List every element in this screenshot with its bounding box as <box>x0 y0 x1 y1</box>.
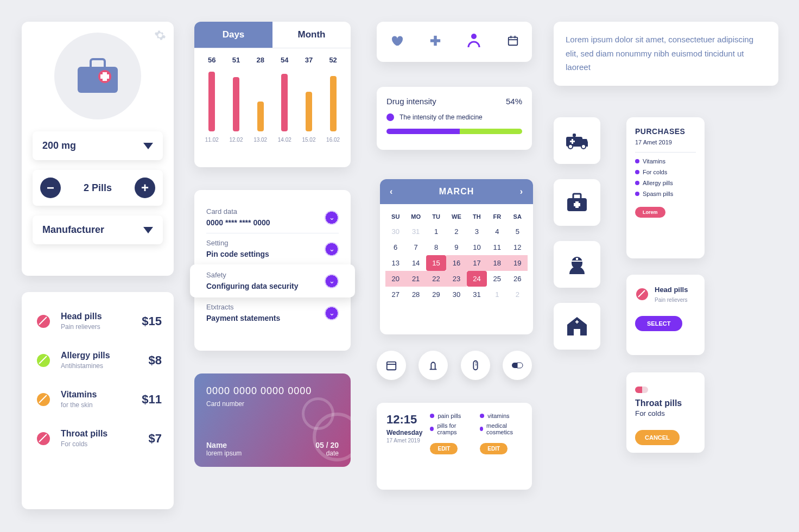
cal-day[interactable]: 11 <box>487 239 507 255</box>
cal-day[interactable]: 29 <box>426 287 446 302</box>
cal-day[interactable]: 24 <box>467 271 487 287</box>
calendar-tool-icon[interactable] <box>377 351 406 380</box>
cal-day[interactable]: 8 <box>426 239 446 255</box>
tab-days[interactable]: Days <box>194 22 272 48</box>
chevron-down-icon: ⌄ <box>325 211 339 225</box>
svg-rect-16 <box>387 362 396 370</box>
cal-day[interactable]: 21 <box>405 271 426 287</box>
thermometer-icon[interactable] <box>461 351 490 380</box>
settings-row[interactable]: SettingPin code settings⌄ <box>206 233 339 264</box>
chevron-down-icon: ⌄ <box>325 274 339 288</box>
cal-day[interactable]: 4 <box>487 224 507 239</box>
cal-day[interactable]: 3 <box>467 224 487 239</box>
pill-row[interactable]: Allergy pillsAntihistamines$8 <box>34 341 162 380</box>
bar-col: 5112.02 <box>227 56 245 143</box>
legend-dot <box>386 113 394 121</box>
medkit-icon <box>54 33 141 119</box>
purchases-card: PURCHASES 17 Amet 2019 VitaminsFor colds… <box>626 117 705 258</box>
plus-icon[interactable] <box>429 35 441 49</box>
svg-point-34 <box>636 288 648 300</box>
cal-day[interactable]: 15 <box>426 255 446 271</box>
cal-day[interactable]: 16 <box>446 255 466 271</box>
info-text: Lorem ipsum dolor sit amet, consectetuer… <box>554 22 778 86</box>
cal-day[interactable]: 7 <box>405 239 426 255</box>
nurse-icon[interactable] <box>554 241 600 288</box>
svg-rect-0 <box>78 67 118 93</box>
calendar: ‹ MARCH › SUMOTUWETHFRSA3031123456789101… <box>380 179 533 334</box>
cal-day[interactable]: 30 <box>385 224 405 239</box>
drug-legend: The intensity of the medicine <box>400 113 483 121</box>
svg-point-14 <box>37 393 50 406</box>
ambulance-icon[interactable] <box>554 117 600 164</box>
cal-day[interactable]: 10 <box>467 239 487 255</box>
cal-day[interactable]: 31 <box>467 287 487 302</box>
svg-point-15 <box>37 432 50 445</box>
cal-day[interactable]: 12 <box>508 239 528 255</box>
cal-day[interactable]: 23 <box>446 271 466 287</box>
pills-count: 2 Pills <box>84 182 112 194</box>
svg-point-12 <box>37 315 50 328</box>
cal-day[interactable]: 28 <box>405 287 426 302</box>
medkit-tile-icon[interactable] <box>554 179 600 226</box>
chevron-down-icon: ⌄ <box>325 242 339 256</box>
edit-button[interactable]: EDIT <box>430 443 458 454</box>
pill-row[interactable]: Vitaminsfor the skin$11 <box>34 380 162 419</box>
pill-row[interactable]: Throat pillsFor colds$7 <box>34 419 162 458</box>
cal-day[interactable]: 31 <box>405 224 426 239</box>
pills-list: Head pillsPain relievers$15Allergy pills… <box>22 292 174 509</box>
gear-icon[interactable] <box>154 29 166 43</box>
scale-icon[interactable] <box>418 351 448 380</box>
cal-day[interactable]: 30 <box>446 287 466 302</box>
cal-day[interactable]: 17 <box>467 255 487 271</box>
manufacturer-dropdown[interactable]: Manufacturer <box>33 216 163 244</box>
cal-day[interactable]: 6 <box>385 239 405 255</box>
cal-day[interactable]: 22 <box>426 271 446 287</box>
cal-day[interactable]: 1 <box>426 224 446 239</box>
progress-bar <box>386 129 522 134</box>
cal-day[interactable]: 26 <box>508 271 528 287</box>
drug-intensity: Drug intensity54% The intensity of the m… <box>377 87 532 150</box>
svg-rect-31 <box>576 258 578 260</box>
cal-day[interactable]: 5 <box>508 224 528 239</box>
tool-icons <box>377 351 532 380</box>
user-icon[interactable] <box>467 33 480 50</box>
minus-button[interactable]: − <box>40 178 61 198</box>
calendar-icon[interactable] <box>507 35 519 49</box>
select-button[interactable]: SELECT <box>635 316 682 331</box>
svg-rect-4 <box>100 74 109 79</box>
svg-rect-30 <box>574 203 580 206</box>
cal-day[interactable]: 13 <box>385 255 405 271</box>
head-pills-card: Head pillsPain relievers SELECT <box>626 275 705 355</box>
plus-button[interactable]: + <box>135 178 155 198</box>
svg-rect-25 <box>570 141 575 142</box>
svg-point-22 <box>568 144 573 149</box>
pill-row[interactable]: Head pillsPain relievers$15 <box>34 302 162 341</box>
cal-day[interactable]: 2 <box>508 287 528 302</box>
bar-col: 5216.02 <box>324 56 343 143</box>
cal-day[interactable]: 9 <box>446 239 466 255</box>
dose-dropdown[interactable]: 200 mg <box>33 131 163 160</box>
days-chart: Days Month 5611.025112.022813.025414.023… <box>194 22 351 167</box>
settings-row[interactable]: EtxtractsPayment statements⌄ <box>206 297 339 328</box>
cal-day[interactable]: 19 <box>508 255 528 271</box>
tab-month[interactable]: Month <box>272 22 351 48</box>
cal-day[interactable]: 27 <box>385 287 405 302</box>
pill-icon[interactable] <box>503 351 532 380</box>
nav-icons <box>377 22 532 62</box>
cal-day[interactable]: 1 <box>487 287 507 302</box>
hospital-icon[interactable] <box>554 303 600 350</box>
cal-day[interactable]: 18 <box>487 255 507 271</box>
settings-row[interactable]: Card data0000 **** **** 0000⌄ <box>206 202 339 233</box>
svg-rect-8 <box>509 37 518 46</box>
cal-day[interactable]: 20 <box>385 271 405 287</box>
heart-icon[interactable] <box>390 34 403 49</box>
cal-day[interactable]: 25 <box>487 271 507 287</box>
lorem-button[interactable]: Lorem <box>635 207 665 218</box>
cal-next[interactable]: › <box>520 187 523 197</box>
settings-row[interactable]: SafetyConfiguring data security⌄ <box>190 264 355 297</box>
cal-day[interactable]: 2 <box>446 224 466 239</box>
cal-prev[interactable]: ‹ <box>390 187 393 197</box>
cal-day[interactable]: 14 <box>405 255 426 271</box>
cancel-button[interactable]: CANCEL <box>635 430 680 445</box>
edit-button[interactable]: EDIT <box>480 443 508 454</box>
